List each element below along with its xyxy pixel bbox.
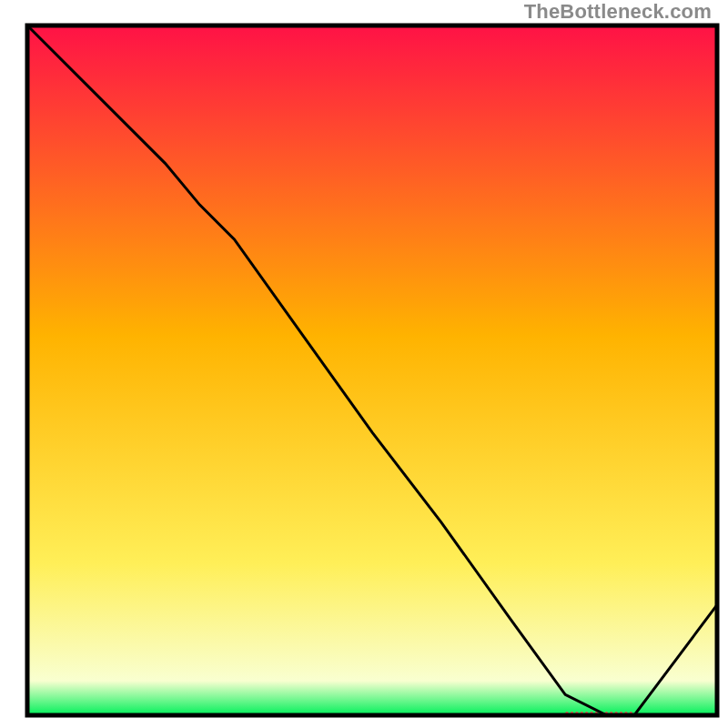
bottleneck-chart (0, 0, 728, 728)
